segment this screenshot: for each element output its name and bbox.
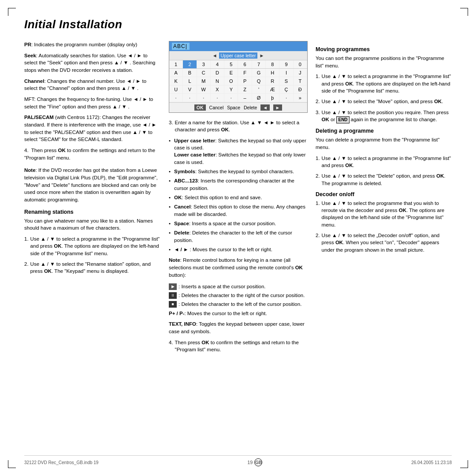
key-3[interactable]: 3 bbox=[197, 60, 211, 68]
key-J[interactable]: J bbox=[294, 69, 307, 77]
key-eth[interactable]: Ð bbox=[294, 86, 307, 94]
bullet-upper: Upper case letter: Switches the keypad s… bbox=[169, 137, 308, 166]
remote-row-1: ▶ : Inserts a space at the cursor positi… bbox=[169, 283, 308, 290]
key-thorn[interactable]: þ bbox=[266, 94, 279, 102]
key-R[interactable]: R bbox=[266, 77, 279, 86]
middle-column: ABC| ◄ Upper case letter ► 1 2 3 4 5 6 7… bbox=[169, 41, 308, 357]
key-K[interactable]: K bbox=[169, 77, 183, 86]
mft-text: MFT: Changes the frequency to fine-tunin… bbox=[24, 96, 161, 110]
keypad-row-4: · · · · · – Ø þ · » bbox=[169, 94, 307, 102]
rename-step1: 1. Use ▲ / ▼ to select a programme in th… bbox=[24, 235, 161, 257]
corner-mark-tr bbox=[460, 8, 468, 16]
key-M[interactable]: M bbox=[197, 77, 211, 86]
case-left-arrow[interactable]: ◄ bbox=[212, 53, 217, 58]
keypad-input-row: ABC| bbox=[169, 41, 307, 51]
remote-icon-2: II bbox=[169, 292, 177, 299]
remote-row-3: ■ : Deletes the character to the left of… bbox=[169, 301, 308, 308]
deleting-intro: You can delete a programme from the "Pro… bbox=[316, 136, 452, 151]
decoder-step2: 2. Use ▲ / ▼ to select the „Decoder on/o… bbox=[316, 232, 452, 253]
key-8[interactable]: 8 bbox=[266, 60, 279, 68]
key-dot5[interactable]: · bbox=[224, 94, 238, 102]
bullet-space: Space: Inserts a space at the cursor pos… bbox=[169, 220, 308, 227]
middle-step4: 4. Then press OK to confirm the settings… bbox=[169, 339, 308, 353]
keypad-cancel-label[interactable]: Cancel bbox=[209, 105, 224, 110]
end-button: END bbox=[336, 116, 349, 123]
corner-mark-br bbox=[460, 460, 468, 468]
key-7[interactable]: 7 bbox=[252, 60, 266, 68]
remote-icon-3: ■ bbox=[169, 301, 177, 308]
key-W[interactable]: W bbox=[197, 86, 211, 94]
key-A[interactable]: A bbox=[169, 69, 183, 77]
key-raquo[interactable]: » bbox=[294, 94, 307, 102]
key-G[interactable]: G bbox=[252, 69, 266, 77]
key-1[interactable]: 1 bbox=[169, 60, 183, 68]
key-S[interactable]: S bbox=[279, 77, 293, 86]
keypad-footer: OK Cancel Space Delete ◄ ► bbox=[169, 102, 307, 112]
moving-step2: 2. Use ▲ / ▼ to select the "Move" option… bbox=[316, 98, 452, 105]
key-B[interactable]: B bbox=[183, 69, 197, 77]
keypad-right-arrow[interactable]: ► bbox=[273, 104, 282, 111]
key-Q[interactable]: Q bbox=[252, 77, 266, 86]
remote-text-info: TEXT, INFO: Toggles the keypad between u… bbox=[169, 320, 308, 335]
key-X[interactable]: X bbox=[211, 86, 224, 94]
key-T[interactable]: T bbox=[294, 77, 307, 86]
key-D[interactable]: D bbox=[211, 69, 224, 77]
key-dot3[interactable]: · bbox=[197, 94, 211, 102]
key-0[interactable]: 0 bbox=[294, 60, 307, 68]
left-column: PR: Indicates the programm number (displ… bbox=[24, 41, 161, 357]
key-P[interactable]: P bbox=[238, 77, 252, 86]
key-E[interactable]: E bbox=[224, 69, 238, 77]
key-Y[interactable]: Y bbox=[224, 86, 238, 94]
keypad-ok-btn[interactable]: OK bbox=[194, 104, 206, 111]
corner-mark-tl bbox=[8, 8, 16, 16]
pal-text: PAL/SECAM (with Centros 1172): Changes t… bbox=[24, 114, 161, 143]
remote-p-row: P+ / P-: Moves the cursor to the left or… bbox=[169, 310, 308, 317]
remote-desc-3: : Deletes the character to the left of t… bbox=[178, 301, 301, 308]
key-dash[interactable]: – bbox=[238, 94, 252, 102]
case-label: Upper case letter bbox=[219, 52, 258, 59]
key-ccedil[interactable]: Ç bbox=[279, 86, 293, 94]
footer: 32122 DVD Rec_Centros_GB.indb 19 19 GB 2… bbox=[24, 455, 452, 466]
key-dot1[interactable]: · bbox=[169, 94, 183, 102]
footer-right: 26.04.2005 11:23:18 bbox=[411, 460, 452, 465]
case-right-arrow[interactable]: ► bbox=[259, 53, 264, 58]
seek-text: Seek: Automatically searches for station… bbox=[24, 52, 161, 74]
remote-row-2: II : Deletes the character to the right … bbox=[169, 292, 308, 299]
key-L[interactable]: L bbox=[183, 77, 197, 86]
remote-icon-1: ▶ bbox=[169, 283, 177, 290]
key-5[interactable]: 5 bbox=[224, 60, 238, 68]
page-number: 19 GB bbox=[247, 458, 262, 466]
note-block: Note: If the DVD recorder has got the st… bbox=[24, 167, 161, 203]
key-dot6[interactable]: · bbox=[279, 94, 293, 102]
key-Z[interactable]: Z bbox=[238, 86, 252, 94]
pr-text: PR: Indicates the programm number (displ… bbox=[24, 41, 161, 48]
corner-mark-bl bbox=[8, 460, 16, 468]
key-6[interactable]: 6 bbox=[238, 60, 252, 68]
key-N[interactable]: N bbox=[211, 77, 224, 86]
key-H[interactable]: H bbox=[266, 69, 279, 77]
key-F[interactable]: F bbox=[238, 69, 252, 77]
key-U[interactable]: U bbox=[169, 86, 183, 94]
keypad-delete-label[interactable]: Delete bbox=[244, 105, 257, 110]
renaming-intro: You can give whatever name you like to a… bbox=[24, 217, 161, 232]
key-I[interactable]: I bbox=[279, 69, 293, 77]
keypad-space-label[interactable]: Space bbox=[227, 105, 240, 110]
key-O[interactable]: O bbox=[224, 77, 238, 86]
key-V[interactable]: V bbox=[183, 86, 197, 94]
key-dot2[interactable]: · bbox=[183, 94, 197, 102]
key-4[interactable]: 4 bbox=[211, 60, 224, 68]
moving-step1: 1. Use ▲ / ▼ to select a programme in th… bbox=[316, 73, 452, 94]
key-oslash[interactable]: Ø bbox=[252, 94, 266, 102]
key-9[interactable]: 9 bbox=[279, 60, 293, 68]
page-title: Initial Installation bbox=[24, 18, 452, 31]
bullet-cancel: Cancel: Select this option to close the … bbox=[169, 203, 308, 218]
key-apos[interactable]: ' bbox=[252, 86, 266, 94]
key-2[interactable]: 2 bbox=[183, 60, 197, 68]
key-C[interactable]: C bbox=[197, 69, 211, 77]
moving-intro: You can sort the programme positions in … bbox=[316, 55, 452, 69]
keypad-left-arrow[interactable]: ◄ bbox=[260, 104, 269, 111]
decoder-heading: Decoder on/off bbox=[316, 191, 452, 197]
key-dot4[interactable]: · bbox=[211, 94, 224, 102]
keypad-container: ABC| ◄ Upper case letter ► 1 2 3 4 5 6 7… bbox=[169, 41, 308, 113]
key-ae[interactable]: Æ bbox=[266, 86, 279, 94]
